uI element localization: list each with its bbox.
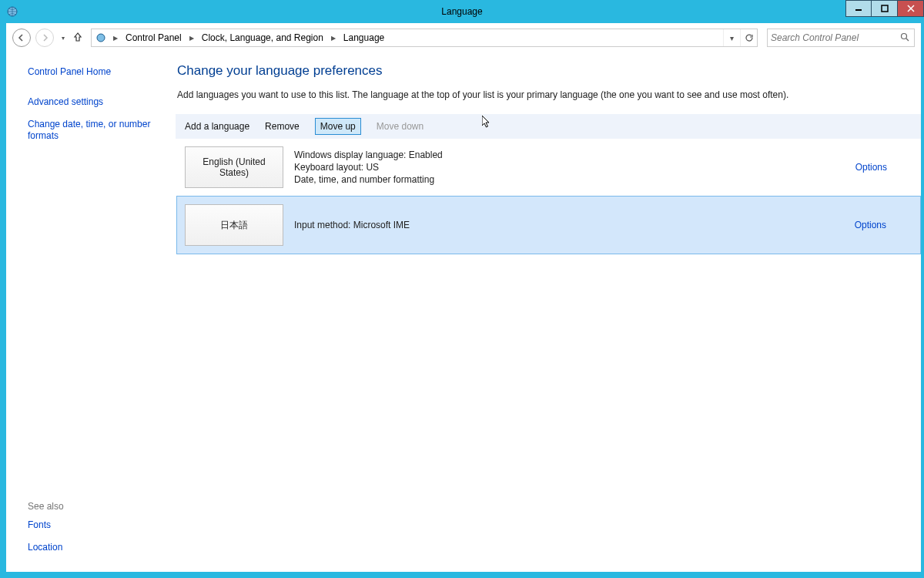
maximize-button[interactable] [872, 0, 898, 17]
remove-button[interactable]: Remove [265, 121, 300, 132]
sidebar-see-also-link[interactable]: Fonts [28, 519, 160, 531]
close-button[interactable] [898, 0, 924, 17]
language-tile[interactable]: English (United States) [185, 146, 283, 188]
address-tail: ▾ [723, 29, 757, 46]
forward-button[interactable] [35, 29, 54, 47]
window-controls [845, 0, 924, 17]
recent-dropdown[interactable]: ▾ [59, 35, 68, 42]
search-icon[interactable] [899, 32, 911, 43]
minimize-button[interactable] [845, 0, 872, 17]
refresh-button[interactable] [740, 29, 757, 46]
client-area: ▾ ▶ Control Panel ▶ Clock, Language, and… [6, 23, 921, 572]
search-box[interactable] [767, 29, 915, 47]
language-tile[interactable]: 日本語 [185, 204, 283, 246]
page-title: Change your language preferences [177, 63, 921, 79]
language-meta: Input method: Microsoft IME [294, 204, 844, 246]
page-description: Add languages you want to use to this li… [177, 89, 921, 100]
language-detail: Windows display language: Enabled [294, 150, 845, 160]
svg-rect-1 [855, 9, 862, 11]
address-dropdown[interactable]: ▾ [723, 29, 740, 46]
move-down-button[interactable]: Move down [377, 121, 424, 132]
sidebar-home-link[interactable]: Control Panel Home [28, 66, 160, 78]
sidebar-see-also-link[interactable]: Location [28, 542, 160, 553]
svg-rect-2 [882, 5, 888, 12]
language-row[interactable]: English (United States) Windows display … [177, 139, 921, 196]
options-link[interactable]: Options [855, 220, 912, 230]
breadcrumb-item[interactable]: Clock, Language, and Region [200, 32, 325, 43]
language-row[interactable]: 日本語 Input method: Microsoft IME Options [176, 196, 921, 254]
sidebar: Control Panel Home Advanced settings Cha… [6, 52, 168, 572]
chevron-right-icon: ▶ [110, 35, 121, 42]
breadcrumb-current[interactable]: Language [342, 32, 386, 43]
chevron-right-icon: ▶ [328, 35, 339, 42]
svg-point-3 [97, 34, 105, 42]
address-bar-wrap: ▶ Control Panel ▶ Clock, Language, and R… [91, 29, 758, 47]
see-also-label: See also [28, 501, 160, 512]
language-detail: Input method: Microsoft IME [294, 220, 844, 230]
sidebar-link[interactable]: Advanced settings [28, 96, 160, 108]
back-button[interactable] [12, 29, 31, 47]
language-toolbar: Add a language Remove Move up Move down [176, 114, 921, 139]
breadcrumb-item[interactable]: Control Panel [124, 32, 183, 43]
address-bar[interactable]: ▶ Control Panel ▶ Clock, Language, and R… [92, 29, 723, 46]
svg-point-4 [902, 34, 907, 39]
main-panel: Change your language preferences Add lan… [168, 52, 921, 572]
up-button[interactable] [72, 32, 83, 45]
window-title: Language [0, 6, 924, 17]
titlebar[interactable]: Language [0, 0, 924, 23]
language-meta: Windows display language: Enabled Keyboa… [294, 146, 845, 188]
add-language-button[interactable]: Add a language [185, 121, 249, 132]
nav-toolbar: ▾ ▶ Control Panel ▶ Clock, Language, and… [6, 23, 921, 52]
options-link[interactable]: Options [855, 162, 913, 173]
chevron-right-icon: ▶ [186, 35, 197, 42]
address-icon [95, 32, 107, 44]
language-list: English (United States) Windows display … [177, 139, 921, 254]
language-detail: Keyboard layout: US [294, 162, 845, 173]
content: Control Panel Home Advanced settings Cha… [6, 52, 921, 572]
app-icon [6, 5, 18, 18]
language-detail: Date, time, and number formatting [294, 174, 845, 185]
search-input[interactable] [771, 32, 899, 43]
move-up-button[interactable]: Move up [315, 118, 361, 135]
sidebar-link[interactable]: Change date, time, or number formats [28, 119, 160, 142]
window: Language ▾ ▶ [0, 0, 924, 578]
